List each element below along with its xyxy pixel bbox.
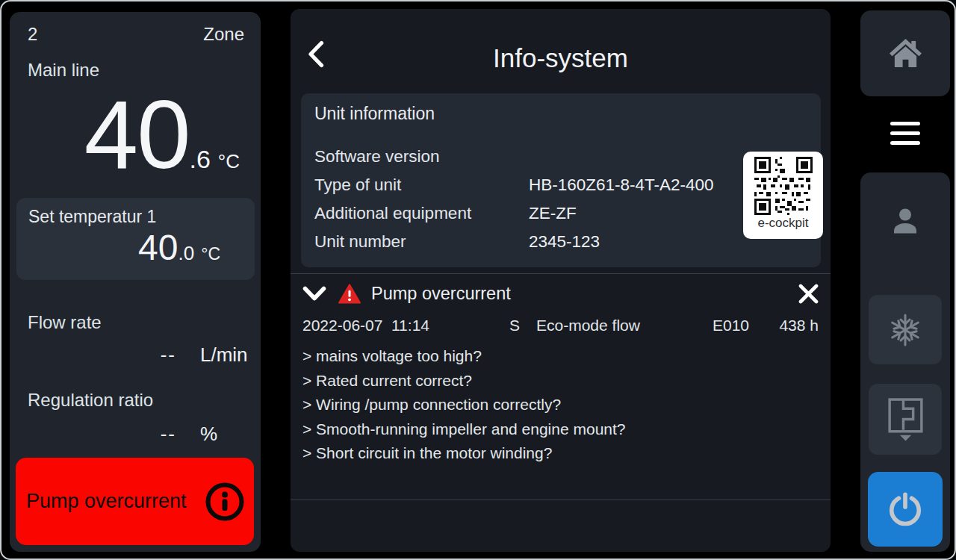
alarm-detail-section: Pump overcurrent 2022-06-07 11:14 S Eco-… xyxy=(302,284,819,466)
divider xyxy=(291,500,831,500)
alarm-code: E010 xyxy=(713,317,779,335)
sidebar-lower-panel xyxy=(860,172,950,552)
flow-rate-label: Flow rate xyxy=(28,312,102,333)
sidebar-item-menu-active[interactable] xyxy=(890,122,920,145)
alarm-meta-row: 2022-06-07 11:14 S Eco-mode flow E010 43… xyxy=(302,317,819,335)
hmi-screen: 2 Zone Main line 40 .6 °C Set temperatur… xyxy=(0,0,956,560)
alarm-flag: S xyxy=(509,317,536,335)
alarm-banner-button[interactable]: Pump overcurrent xyxy=(16,458,254,545)
unit-info-value: HB-160Z61-8-4T-A2-400 xyxy=(529,171,714,199)
set-value-decimal: .0 xyxy=(179,242,195,265)
warning-icon xyxy=(338,284,361,304)
set-temperature-label: Set temperatur 1 xyxy=(28,207,243,227)
unit-info-label: Unit number xyxy=(314,228,529,256)
regulation-ratio-unit: % xyxy=(200,423,217,446)
menu-icon xyxy=(890,122,920,145)
chevron-down-icon xyxy=(302,286,326,302)
flow-rate-value: -- xyxy=(28,343,176,367)
alarm-hints: > mains voltage too high? > Rated curren… xyxy=(302,344,819,466)
set-temperature-box[interactable]: Set temperatur 1 40 .0 °C xyxy=(16,198,255,280)
unit-info-row: Software version xyxy=(314,143,809,171)
set-value-unit: °C xyxy=(201,244,220,264)
main-line-label: Main line xyxy=(28,60,99,81)
unit-information-title: Unit information xyxy=(314,104,809,124)
qr-code-icon xyxy=(754,157,813,215)
sidebar-item-mold[interactable] xyxy=(869,384,942,455)
alarm-hint: > Wiring /pump connection correctly? xyxy=(302,393,819,417)
sidebar-item-user[interactable] xyxy=(860,198,950,246)
snowflake-icon xyxy=(887,312,923,348)
zone-status-card: 2 Zone Main line 40 .6 °C Set temperatur… xyxy=(10,12,261,552)
unit-info-label: Type of unit xyxy=(314,171,529,199)
regulation-ratio-value: -- xyxy=(28,423,176,446)
alarm-hint: > mains voltage too high? xyxy=(302,344,819,369)
unit-info-label: Additional equipment xyxy=(314,199,529,228)
unit-info-value: ZE-ZF xyxy=(529,199,577,228)
alarm-runtime: 438 h xyxy=(779,317,819,335)
temperature-integer: 40 xyxy=(84,84,190,186)
unit-info-row: Unit number 2345-123 xyxy=(314,228,809,256)
alarm-time: 11:14 xyxy=(391,317,509,335)
unit-info-label: Software version xyxy=(314,143,529,171)
flow-rate-row: -- L/min xyxy=(28,343,248,367)
close-icon xyxy=(798,284,819,304)
mold-icon xyxy=(887,397,924,441)
set-temperature-value: 40 .0 °C xyxy=(28,228,243,268)
power-icon xyxy=(887,491,924,528)
alarm-title: Pump overcurrent xyxy=(371,284,798,304)
zone-number: 2 xyxy=(28,24,37,45)
info-system-panel: Info-system Unit information Software ve… xyxy=(291,9,831,552)
user-icon xyxy=(888,205,922,239)
alarm-hint: > Smooth-running impeller and engine mou… xyxy=(302,417,819,442)
alarm-date: 2022-06-07 xyxy=(302,317,391,335)
unit-info-value: 2345-123 xyxy=(529,228,600,256)
alarm-banner-label: Pump overcurrent xyxy=(26,490,205,513)
main-line-temperature: 40 .6 °C xyxy=(84,84,240,186)
sidebar-item-cooling[interactable] xyxy=(869,295,942,364)
close-alarm-button[interactable] xyxy=(798,284,819,304)
set-value-integer: 40 xyxy=(138,228,178,268)
home-icon xyxy=(889,38,922,69)
zone-label: Zone xyxy=(203,24,244,45)
divider xyxy=(291,273,831,274)
alarm-mode: Eco-mode flow xyxy=(536,317,713,335)
alarm-hint: > Short circuit in the motor winding? xyxy=(302,441,819,466)
sidebar-item-power[interactable] xyxy=(868,472,943,547)
page-title: Info-system xyxy=(291,43,831,73)
qr-label: e-cockpit xyxy=(757,216,808,231)
unit-info-row: Type of unit HB-160Z61-8-4T-A2-400 xyxy=(314,171,809,199)
alarm-hint: > Rated current correct? xyxy=(302,369,819,393)
unit-information-box: Unit information Software version Type o… xyxy=(301,93,821,267)
unit-info-row: Additional equipment ZE-ZF xyxy=(314,199,809,228)
e-cockpit-qr[interactable]: e-cockpit xyxy=(743,152,823,239)
temperature-unit: °C xyxy=(218,150,240,173)
flow-rate-unit: L/min xyxy=(200,343,248,367)
collapse-alarm-button[interactable] xyxy=(302,286,326,302)
regulation-ratio-row: -- % xyxy=(28,423,217,446)
regulation-ratio-label: Regulation ratio xyxy=(28,390,153,411)
sidebar-item-home[interactable] xyxy=(860,10,950,96)
zone-header: 2 Zone xyxy=(28,24,244,45)
temperature-decimal: .6 xyxy=(189,145,210,174)
info-icon xyxy=(205,482,245,522)
